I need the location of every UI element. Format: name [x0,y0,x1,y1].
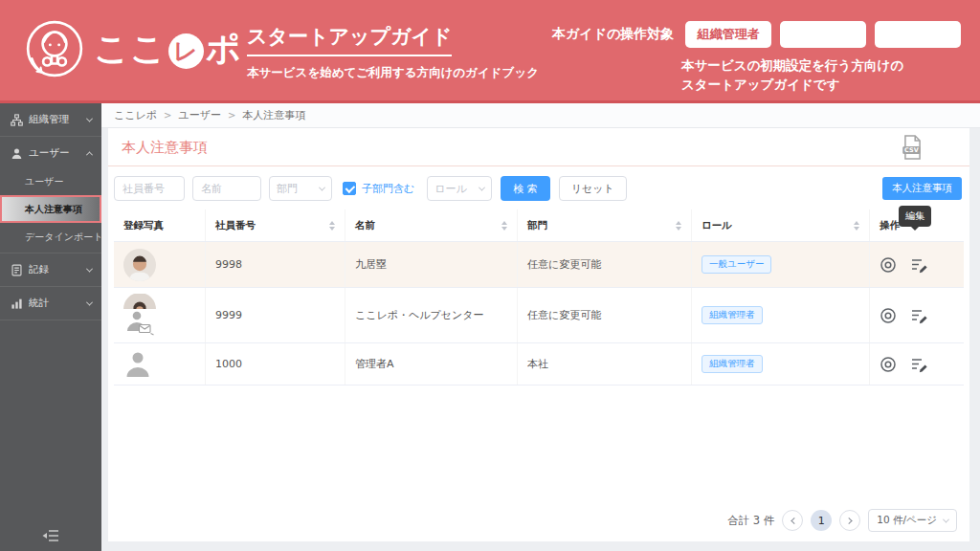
sidebar-subitem-label: 本人注意事項 [25,203,82,216]
sort-toggle-icon[interactable] [501,221,507,231]
chevron-down-icon [86,265,93,272]
role-tag: 組織管理者 [702,355,763,373]
page-title: 本人注意事項 [108,128,969,166]
sidebar-item-label: 統計 [29,297,87,310]
sidebar: 組織管理 ユーザー ユーザー 本人注意事項 データインポート [0,103,101,551]
chevron-up-icon [86,151,93,158]
breadcrumb: ここレポ > ユーザー > 本人注意事項 [101,103,980,128]
sidebar-subitem-label: データインポート [25,231,102,244]
sidebar-item-label: 組織管理 [29,113,87,126]
column-header-role: ロール [702,219,732,232]
sidebar-subitem-data-import[interactable]: データインポート [0,223,101,251]
employee-no-cell: 9998 [206,242,345,287]
sort-toggle-icon[interactable] [329,221,335,231]
edit-icon[interactable] [910,256,928,274]
breadcrumb-item-home[interactable]: ここレポ [114,108,157,122]
include-subdepartment-checkbox[interactable] [343,182,356,195]
sidebar-item-statistics[interactable]: 統計 [0,289,101,318]
csv-file-icon: CSV [902,135,924,160]
app-logo[interactable]: ここ レ ポ [23,17,242,80]
sidebar-item-records[interactable]: 記録 [0,255,101,284]
column-header-department: 部門 [527,219,547,232]
wordmark-circle: レ [168,33,204,69]
pagination: 合計 3 件 1 10 件/ページ [727,509,957,532]
edit-icon[interactable] [910,356,928,373]
chevron-down-icon [86,298,93,305]
breadcrumb-separator: > [164,110,171,121]
page-title-row: 本人注意事項 CSV [108,128,969,166]
sidebar-item-org-management[interactable]: 組織管理 [0,105,101,134]
user-photo-avatar [123,249,156,281]
role-tag: 一般ユーザー [702,255,771,274]
search-button[interactable]: 検 索 [501,176,550,201]
pagination-page-1[interactable]: 1 [811,510,832,531]
pagination-next-button[interactable] [839,510,860,531]
table-row: 1000 管理者A 本社 組織管理者 [114,343,964,386]
name-cell: ここレポ・ヘルプセンター [345,288,518,342]
role-tag: 組織管理者 [702,306,763,324]
view-icon[interactable] [880,356,897,373]
name-cell: 九居塁 [345,242,518,287]
content-panel: 本人注意事項 CSV 部門 子部門含む ロール [108,128,969,541]
chevron-right-icon [845,517,852,523]
menu-fold-icon [42,529,59,542]
view-icon[interactable] [880,256,897,274]
guide-target-label: 本ガイドの操作対象 [552,26,674,43]
csv-export-button[interactable]: CSV [902,135,924,164]
department-cell: 任意に変更可能 [518,242,692,287]
employee-number-input[interactable] [114,176,185,201]
edit-icon[interactable] [910,307,928,324]
name-input[interactable] [192,176,261,201]
column-header-actions: 操作 [880,219,900,232]
page-size-label: 10 件/ページ [877,514,937,527]
include-subdepartment-label: 子部門含む [362,182,414,196]
sidebar-subitem-users[interactable]: ユーザー [0,167,101,195]
breadcrumb-separator: > [228,110,235,121]
user-invite-mail-icon [125,311,154,337]
record-document-icon [11,264,23,276]
sidebar-subitem-label: ユーザー [25,175,63,188]
department-select-placeholder: 部門 [277,182,298,196]
guide-target-row: 本ガイドの操作対象 組織管理者 [552,21,969,48]
sidebar-item-label: 記録 [29,263,87,276]
app-wordmark: ここ レ ポ [94,26,242,73]
column-header-photo: 登録写真 [123,219,164,232]
column-header-name: 名前 [355,219,375,232]
user-photo-avatar-stack [123,294,156,337]
name-cell: 管理者A [345,343,518,385]
sidebar-item-users[interactable]: ユーザー [0,139,101,167]
guide-subtitle: 本サービスを始めてご利用する方向けのガイドブック [247,65,539,81]
table-row: 9999 ここレポ・ヘルプセンター 任意に変更可能 組織管理者 [114,288,964,343]
sort-toggle-icon[interactable] [676,221,681,231]
edit-tooltip: 編集 [899,206,931,227]
app-header: ここ レ ポ スタートアップガイド 本サービスを始めてご利用する方向けのガイドブ… [0,0,980,103]
user-icon [11,147,23,160]
page-size-select[interactable]: 10 件/ページ [868,509,957,532]
table-header-row: 登録写真 社員番号 名前 部門 ロール 操作 [114,209,964,242]
guide-block: スタートアップガイド 本サービスを始めてご利用する方向けのガイドブック [247,23,539,81]
pagination-total: 合計 3 件 [727,514,774,528]
chevron-down-icon [319,184,325,190]
chevron-left-icon [791,517,797,523]
pagination-prev-button[interactable] [782,510,803,531]
users-table: 登録写真 社員番号 名前 部門 ロール 操作 [114,209,964,386]
role-select[interactable]: ロール [427,176,492,201]
chevron-down-icon [86,115,93,121]
csv-icon-label: CSV [904,146,919,154]
wordmark-circle-letter: レ [173,35,199,67]
mascot-icon [23,17,86,80]
add-personal-notes-button[interactable]: 本人注意事項 [882,177,962,200]
department-select[interactable]: 部門 [269,176,332,201]
reset-button[interactable]: リセット [559,176,627,201]
sidebar-collapse-button[interactable] [0,529,101,542]
sidebar-subitem-personal-notes[interactable]: 本人注意事項 [0,195,101,223]
bar-chart-icon [11,298,23,310]
role-select-placeholder: ロール [434,182,467,196]
guide-description-line2: スタートアップガイドです [681,75,903,94]
wordmark-text-2: ポ [206,26,242,73]
breadcrumb-item-users[interactable]: ユーザー [178,108,221,122]
default-avatar-icon [123,351,152,378]
view-icon[interactable] [880,307,897,324]
org-chart-icon [11,114,23,126]
sort-toggle-icon[interactable] [854,221,859,231]
